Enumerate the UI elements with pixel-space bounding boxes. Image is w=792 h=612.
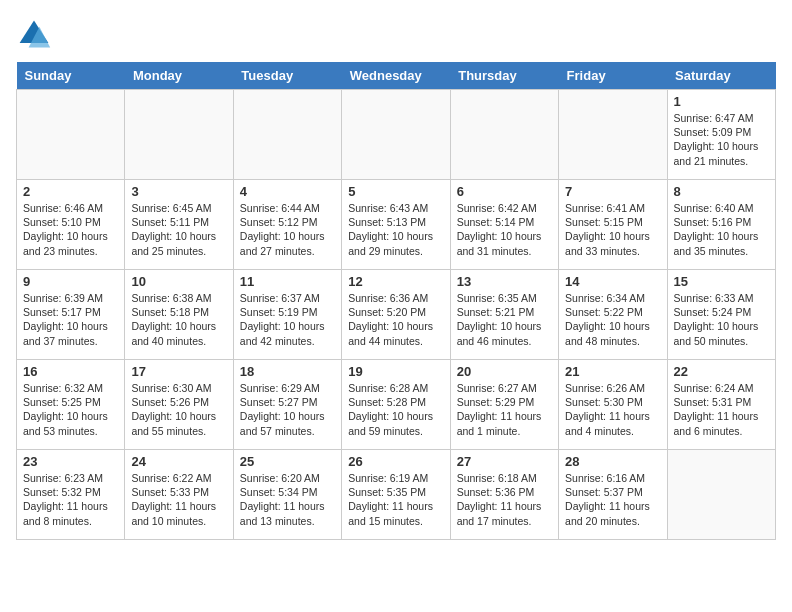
day-number: 18 <box>240 364 335 379</box>
day-info: Daylight: 10 hours and 57 minutes. <box>240 409 335 437</box>
day-header-wednesday: Wednesday <box>342 62 450 90</box>
day-info: Sunrise: 6:34 AM <box>565 291 660 305</box>
day-number: 2 <box>23 184 118 199</box>
day-info: Sunset: 5:34 PM <box>240 485 335 499</box>
calendar-cell: 28Sunrise: 6:16 AMSunset: 5:37 PMDayligh… <box>559 450 667 540</box>
day-info: Sunset: 5:24 PM <box>674 305 769 319</box>
calendar-cell <box>233 90 341 180</box>
day-info: Daylight: 10 hours and 33 minutes. <box>565 229 660 257</box>
day-number: 3 <box>131 184 226 199</box>
day-info: Daylight: 10 hours and 29 minutes. <box>348 229 443 257</box>
day-info: Daylight: 10 hours and 21 minutes. <box>674 139 769 167</box>
calendar-cell: 15Sunrise: 6:33 AMSunset: 5:24 PMDayligh… <box>667 270 775 360</box>
day-info: Sunset: 5:37 PM <box>565 485 660 499</box>
day-info: Sunset: 5:30 PM <box>565 395 660 409</box>
day-info: Sunrise: 6:35 AM <box>457 291 552 305</box>
calendar-cell: 13Sunrise: 6:35 AMSunset: 5:21 PMDayligh… <box>450 270 558 360</box>
day-info: Daylight: 11 hours and 13 minutes. <box>240 499 335 527</box>
calendar-week-1: 1Sunrise: 6:47 AMSunset: 5:09 PMDaylight… <box>17 90 776 180</box>
day-info: Sunset: 5:32 PM <box>23 485 118 499</box>
day-info: Sunrise: 6:20 AM <box>240 471 335 485</box>
day-info: Sunrise: 6:41 AM <box>565 201 660 215</box>
day-number: 24 <box>131 454 226 469</box>
day-info: Sunset: 5:18 PM <box>131 305 226 319</box>
calendar-week-4: 16Sunrise: 6:32 AMSunset: 5:25 PMDayligh… <box>17 360 776 450</box>
day-number: 4 <box>240 184 335 199</box>
day-number: 22 <box>674 364 769 379</box>
day-info: Sunrise: 6:22 AM <box>131 471 226 485</box>
day-number: 21 <box>565 364 660 379</box>
day-number: 19 <box>348 364 443 379</box>
day-info: Daylight: 10 hours and 37 minutes. <box>23 319 118 347</box>
day-info: Sunrise: 6:24 AM <box>674 381 769 395</box>
day-info: Sunset: 5:26 PM <box>131 395 226 409</box>
day-info: Daylight: 10 hours and 40 minutes. <box>131 319 226 347</box>
day-header-monday: Monday <box>125 62 233 90</box>
calendar-cell: 19Sunrise: 6:28 AMSunset: 5:28 PMDayligh… <box>342 360 450 450</box>
calendar-cell: 26Sunrise: 6:19 AMSunset: 5:35 PMDayligh… <box>342 450 450 540</box>
day-info: Sunset: 5:25 PM <box>23 395 118 409</box>
day-number: 23 <box>23 454 118 469</box>
calendar-cell: 2Sunrise: 6:46 AMSunset: 5:10 PMDaylight… <box>17 180 125 270</box>
day-info: Daylight: 10 hours and 35 minutes. <box>674 229 769 257</box>
day-header-friday: Friday <box>559 62 667 90</box>
day-number: 6 <box>457 184 552 199</box>
day-info: Sunrise: 6:39 AM <box>23 291 118 305</box>
day-number: 17 <box>131 364 226 379</box>
day-info: Sunrise: 6:40 AM <box>674 201 769 215</box>
calendar-cell: 25Sunrise: 6:20 AMSunset: 5:34 PMDayligh… <box>233 450 341 540</box>
day-number: 14 <box>565 274 660 289</box>
day-info: Sunset: 5:12 PM <box>240 215 335 229</box>
day-info: Sunrise: 6:18 AM <box>457 471 552 485</box>
day-info: Sunset: 5:19 PM <box>240 305 335 319</box>
day-number: 13 <box>457 274 552 289</box>
day-number: 16 <box>23 364 118 379</box>
day-info: Sunrise: 6:38 AM <box>131 291 226 305</box>
calendar-cell <box>559 90 667 180</box>
calendar-cell: 12Sunrise: 6:36 AMSunset: 5:20 PMDayligh… <box>342 270 450 360</box>
calendar-week-2: 2Sunrise: 6:46 AMSunset: 5:10 PMDaylight… <box>17 180 776 270</box>
calendar-cell <box>342 90 450 180</box>
day-info: Daylight: 10 hours and 55 minutes. <box>131 409 226 437</box>
day-number: 8 <box>674 184 769 199</box>
day-info: Daylight: 11 hours and 20 minutes. <box>565 499 660 527</box>
day-info: Sunset: 5:29 PM <box>457 395 552 409</box>
day-info: Daylight: 10 hours and 23 minutes. <box>23 229 118 257</box>
day-info: Daylight: 10 hours and 59 minutes. <box>348 409 443 437</box>
calendar-cell: 3Sunrise: 6:45 AMSunset: 5:11 PMDaylight… <box>125 180 233 270</box>
day-header-tuesday: Tuesday <box>233 62 341 90</box>
day-info: Daylight: 10 hours and 50 minutes. <box>674 319 769 347</box>
day-info: Sunset: 5:28 PM <box>348 395 443 409</box>
logo <box>16 16 58 52</box>
calendar-cell <box>667 450 775 540</box>
day-info: Daylight: 11 hours and 6 minutes. <box>674 409 769 437</box>
day-info: Sunrise: 6:19 AM <box>348 471 443 485</box>
calendar-cell: 10Sunrise: 6:38 AMSunset: 5:18 PMDayligh… <box>125 270 233 360</box>
day-info: Sunrise: 6:29 AM <box>240 381 335 395</box>
day-info: Sunrise: 6:46 AM <box>23 201 118 215</box>
day-info: Daylight: 10 hours and 25 minutes. <box>131 229 226 257</box>
day-info: Daylight: 11 hours and 8 minutes. <box>23 499 118 527</box>
day-info: Daylight: 11 hours and 17 minutes. <box>457 499 552 527</box>
day-number: 26 <box>348 454 443 469</box>
calendar-cell: 27Sunrise: 6:18 AMSunset: 5:36 PMDayligh… <box>450 450 558 540</box>
calendar-cell: 7Sunrise: 6:41 AMSunset: 5:15 PMDaylight… <box>559 180 667 270</box>
day-info: Daylight: 11 hours and 1 minute. <box>457 409 552 437</box>
day-number: 11 <box>240 274 335 289</box>
day-header-sunday: Sunday <box>17 62 125 90</box>
day-info: Sunrise: 6:16 AM <box>565 471 660 485</box>
day-info: Sunset: 5:36 PM <box>457 485 552 499</box>
calendar-cell: 23Sunrise: 6:23 AMSunset: 5:32 PMDayligh… <box>17 450 125 540</box>
day-info: Sunrise: 6:44 AM <box>240 201 335 215</box>
calendar-week-3: 9Sunrise: 6:39 AMSunset: 5:17 PMDaylight… <box>17 270 776 360</box>
day-info: Sunrise: 6:27 AM <box>457 381 552 395</box>
day-info: Sunrise: 6:23 AM <box>23 471 118 485</box>
day-info: Sunrise: 6:42 AM <box>457 201 552 215</box>
day-info: Sunset: 5:22 PM <box>565 305 660 319</box>
calendar-cell: 11Sunrise: 6:37 AMSunset: 5:19 PMDayligh… <box>233 270 341 360</box>
day-info: Daylight: 10 hours and 46 minutes. <box>457 319 552 347</box>
day-info: Sunset: 5:16 PM <box>674 215 769 229</box>
day-info: Daylight: 10 hours and 27 minutes. <box>240 229 335 257</box>
calendar-cell <box>125 90 233 180</box>
day-info: Daylight: 10 hours and 53 minutes. <box>23 409 118 437</box>
